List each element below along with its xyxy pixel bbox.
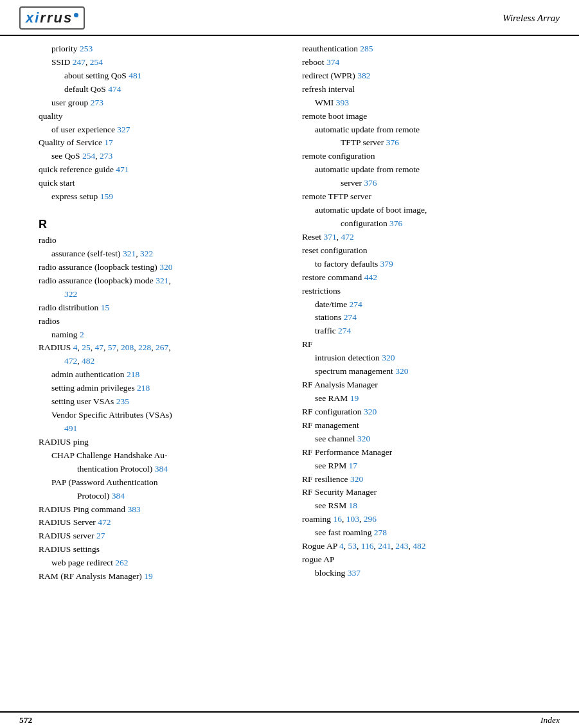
list-item: date/time 274 — [315, 298, 560, 312]
link-274c[interactable]: 274 — [338, 326, 351, 335]
link-273b[interactable]: 273 — [100, 151, 112, 161]
link-278[interactable]: 278 — [374, 528, 387, 537]
list-item: configuration 376 — [341, 217, 560, 231]
link-320f[interactable]: 320 — [350, 474, 363, 484]
link-285[interactable]: 285 — [360, 44, 373, 53]
list-item: express setup 159 — [51, 190, 276, 204]
footer-page-number: 572 — [19, 715, 32, 725]
list-item: quick reference guide 471 — [39, 163, 276, 177]
link-327[interactable]: 327 — [117, 125, 130, 134]
link-382[interactable]: 382 — [357, 71, 370, 80]
link-208[interactable]: 208 — [121, 342, 134, 352]
list-item: roaming 16, 103, 296 — [302, 513, 560, 526]
link-254b[interactable]: 254 — [82, 151, 95, 161]
link-376b[interactable]: 376 — [364, 178, 377, 188]
link-471[interactable]: 471 — [116, 164, 129, 174]
link-322[interactable]: 322 — [140, 249, 153, 258]
list-item: see RAM 19 — [315, 392, 560, 405]
link-384[interactable]: 384 — [155, 464, 168, 474]
link-57[interactable]: 57 — [108, 342, 117, 352]
list-item: RADIUS server 27 — [39, 529, 276, 543]
link-321[interactable]: 321 — [123, 249, 136, 258]
link-491[interactable]: 491 — [64, 423, 77, 433]
link-262[interactable]: 262 — [115, 558, 128, 567]
list-item: automatic update from remote — [315, 163, 560, 177]
link-320c[interactable]: 320 — [395, 366, 408, 376]
logo-dot — [74, 13, 78, 17]
link-481[interactable]: 481 — [129, 71, 141, 80]
link-53[interactable]: 53 — [348, 541, 357, 551]
link-4b[interactable]: 4 — [339, 541, 344, 551]
left-column: priority 253 SSID 247, 254 about setting… — [0, 42, 289, 583]
list-item: to factory defaults 379 — [315, 258, 560, 271]
list-item: reauthentication 285 — [302, 42, 560, 56]
list-item: RF Security Manager — [302, 486, 560, 499]
link-16[interactable]: 16 — [333, 514, 342, 524]
list-item: TFTP server 376 — [341, 136, 560, 150]
link-273[interactable]: 273 — [91, 98, 103, 107]
link-384b[interactable]: 384 — [112, 491, 125, 501]
link-371[interactable]: 371 — [323, 232, 336, 242]
list-item: RAM (RF Analysis Manager) 19 — [39, 570, 276, 583]
link-482[interactable]: 482 — [82, 356, 94, 366]
list-item: see QoS 254, 273 — [51, 150, 276, 163]
link-4[interactable]: 4 — [73, 342, 78, 352]
list-item: server 376 — [341, 177, 560, 190]
logo-box: xirrus — [19, 6, 85, 30]
link-482b[interactable]: 482 — [413, 541, 425, 551]
link-472c[interactable]: 472 — [341, 232, 353, 242]
link-374[interactable]: 374 — [326, 57, 339, 67]
link-321b[interactable]: 321 — [156, 276, 168, 285]
link-228[interactable]: 228 — [138, 342, 151, 352]
link-103[interactable]: 103 — [346, 514, 359, 524]
link-474[interactable]: 474 — [108, 84, 121, 94]
link-116[interactable]: 116 — [361, 541, 374, 551]
link-19[interactable]: 19 — [144, 571, 153, 581]
link-442[interactable]: 442 — [364, 272, 377, 282]
link-159[interactable]: 159 — [100, 191, 113, 201]
link-320e[interactable]: 320 — [357, 434, 370, 443]
list-item: quick start — [39, 177, 276, 190]
link-267[interactable]: 267 — [156, 342, 168, 352]
link-254[interactable]: 254 — [90, 57, 103, 67]
link-25[interactable]: 25 — [82, 342, 91, 352]
link-320d[interactable]: 320 — [364, 407, 377, 416]
link-472[interactable]: 472 — [64, 356, 77, 366]
link-15[interactable]: 15 — [101, 303, 110, 312]
link-274b[interactable]: 274 — [344, 312, 357, 322]
section-letter-r: R — [39, 218, 276, 231]
link-274[interactable]: 274 — [350, 299, 362, 309]
link-296[interactable]: 296 — [364, 514, 377, 524]
link-383[interactable]: 383 — [127, 504, 140, 514]
link-376[interactable]: 376 — [386, 138, 399, 147]
link-243[interactable]: 243 — [395, 541, 408, 551]
list-item: 491 — [64, 422, 276, 436]
logo-text: xirrus — [26, 10, 78, 26]
link-17b[interactable]: 17 — [349, 461, 358, 470]
link-19b[interactable]: 19 — [350, 393, 359, 403]
list-item: PAP (Password Authentication — [51, 476, 276, 490]
link-241[interactable]: 241 — [378, 541, 391, 551]
link-253[interactable]: 253 — [80, 44, 93, 53]
link-235[interactable]: 235 — [116, 396, 129, 406]
link-379[interactable]: 379 — [380, 259, 393, 269]
link-322b[interactable]: 322 — [64, 289, 77, 299]
link-320[interactable]: 320 — [159, 262, 172, 272]
link-393[interactable]: 393 — [336, 98, 349, 107]
link-320b[interactable]: 320 — [382, 353, 395, 362]
link-247[interactable]: 247 — [73, 57, 85, 67]
link-218[interactable]: 218 — [127, 369, 139, 379]
list-item: user group 273 — [51, 96, 276, 110]
link-2[interactable]: 2 — [80, 330, 84, 339]
link-337[interactable]: 337 — [348, 568, 361, 578]
link-27[interactable]: 27 — [96, 531, 105, 540]
link-18[interactable]: 18 — [349, 501, 358, 510]
link-376c[interactable]: 376 — [389, 218, 402, 228]
link-17[interactable]: 17 — [104, 138, 113, 147]
list-item: radio distribution 15 — [39, 301, 276, 315]
link-472b[interactable]: 472 — [98, 517, 111, 527]
logo-rrus: rrus — [40, 10, 73, 26]
link-47[interactable]: 47 — [94, 342, 103, 352]
list-item: stations 274 — [315, 311, 560, 324]
link-218b[interactable]: 218 — [137, 383, 150, 393]
